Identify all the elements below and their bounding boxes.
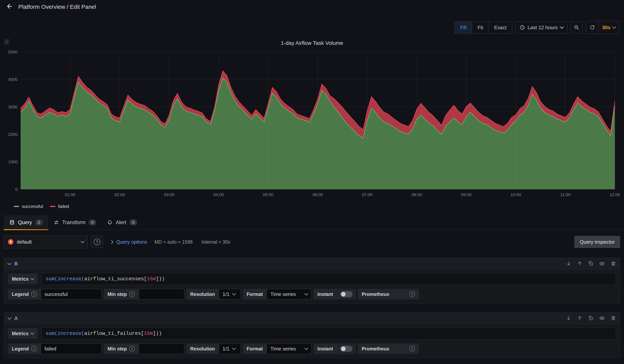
exemplars-label: Prometheus: [362, 291, 389, 297]
resolution-label: Resolution: [190, 346, 215, 352]
info-circle-icon[interactable]: i: [409, 291, 415, 297]
time-series-chart[interactable]: 01000200030004000500001:0002:0003:0004:0…: [4, 48, 620, 201]
legend-label-failed: failed: [58, 204, 69, 209]
chevron-down-icon: [232, 291, 236, 295]
query-inspector-button[interactable]: Query inspector: [574, 236, 620, 248]
format-select[interactable]: Time series: [266, 289, 312, 299]
query-a-options-row: Legend i Min step i Resolution 1/1 Forma…: [4, 341, 620, 358]
tab-transform-count: 0: [89, 219, 96, 225]
format-label: Format: [247, 291, 263, 297]
refresh-button[interactable]: [586, 21, 598, 34]
min-step-label: Min step: [107, 346, 127, 352]
query-ref-label: A: [14, 315, 18, 321]
info-circle-icon[interactable]: i: [129, 291, 135, 297]
display-mode-fill[interactable]: Fill: [455, 22, 472, 33]
promql-expression-input[interactable]: sum(increase(airflow_ti_successes[15m])): [41, 273, 616, 285]
chevron-down-icon: [80, 239, 85, 243]
min-step-input[interactable]: [139, 343, 184, 354]
info-circle-icon[interactable]: i: [129, 346, 135, 352]
info-circle-icon[interactable]: i: [409, 346, 415, 352]
datasource-help-button[interactable]: ?: [91, 236, 103, 248]
metrics-label: Metrics: [12, 276, 29, 282]
duplicate-query-icon[interactable]: [588, 261, 594, 267]
zoom-out-button[interactable]: [571, 21, 583, 34]
format-select[interactable]: Time series: [266, 343, 312, 354]
breadcrumb: Platform Overview / Edit Panel: [18, 4, 96, 10]
legend-input[interactable]: [41, 289, 102, 299]
instant-toggle[interactable]: [340, 291, 352, 297]
legend-item-successful[interactable]: successful: [14, 204, 43, 209]
datasource-picker[interactable]: default: [4, 235, 88, 248]
query-options-toggle[interactable]: Query options MD = auto = 1598 Interval …: [110, 239, 230, 245]
legend-input[interactable]: [41, 343, 102, 354]
info-circle-icon[interactable]: i: [31, 291, 37, 297]
svg-text:12:00: 12:00: [609, 192, 620, 197]
duplicate-query-icon[interactable]: [588, 315, 594, 321]
instant-toggle-container: [337, 289, 356, 299]
info-circle-icon[interactable]: i: [31, 346, 37, 352]
max-data-points-text: MD = auto = 1598: [155, 239, 193, 245]
move-query-down-icon[interactable]: [566, 315, 571, 321]
min-step-input[interactable]: [139, 289, 184, 299]
panel-info-icon[interactable]: i: [4, 39, 10, 45]
metrics-label: Metrics: [12, 331, 29, 336]
metrics-dropdown[interactable]: Metrics: [8, 274, 38, 284]
interval-text: Interval = 30s: [202, 239, 230, 245]
display-mode-exact[interactable]: Exact: [489, 22, 512, 33]
svg-text:09:00: 09:00: [461, 192, 471, 197]
remove-query-icon[interactable]: [611, 261, 616, 267]
panel-title: 1-day Airflow Task Volume: [4, 39, 620, 48]
move-query-down-icon[interactable]: [566, 261, 571, 267]
resolution-select[interactable]: 1/1: [219, 343, 241, 354]
collapse-chevron-icon[interactable]: [7, 315, 11, 319]
hide-query-icon[interactable]: [599, 261, 605, 267]
chevron-down-icon: [304, 346, 308, 350]
instant-option: Instant: [313, 343, 337, 354]
chevron-down-icon: [304, 291, 308, 295]
format-label: Format: [247, 346, 263, 352]
chart-legend: successful failed: [4, 202, 620, 212]
svg-text:05:00: 05:00: [263, 192, 273, 197]
chevron-right-icon: [109, 240, 113, 244]
resolution-select[interactable]: 1/1: [219, 289, 241, 299]
svg-text:0: 0: [15, 187, 18, 192]
promql-expression-input[interactable]: sum(increase(airflow_ti_failures[15m])): [41, 327, 616, 340]
instant-label: Instant: [317, 291, 333, 297]
format-value: Time series: [270, 291, 296, 297]
tab-query-count: 2: [35, 219, 43, 225]
legend-item-failed[interactable]: failed: [50, 204, 69, 209]
svg-text:5000: 5000: [8, 49, 18, 54]
move-query-up-icon[interactable]: [577, 315, 582, 321]
svg-text:3000: 3000: [8, 104, 18, 109]
display-mode-fit[interactable]: Fit: [472, 22, 489, 33]
editor-tabs: Query 2 Transform 0 Alert 0: [0, 215, 624, 230]
query-b-options-row: Legend i Min step i Resolution 1/1 Forma…: [4, 287, 620, 303]
time-range-picker[interactable]: Last 12 hours: [515, 21, 568, 34]
query-row-a: A Metrics sum(increase(airflow_ti_failur…: [4, 312, 620, 358]
svg-text:07:00: 07:00: [362, 192, 372, 197]
back-button[interactable]: [4, 1, 15, 13]
min-step-option: Min step i: [104, 343, 139, 354]
tab-query[interactable]: Query 2: [4, 215, 48, 230]
exemplars-option: Prometheus i: [358, 289, 419, 299]
svg-text:01:00: 01:00: [65, 192, 76, 197]
refresh-interval-dropdown[interactable]: 30s: [598, 21, 619, 34]
tab-alert[interactable]: Alert 0: [102, 215, 142, 230]
resolution-value: 1/1: [222, 346, 229, 352]
top-header: Platform Overview / Edit Panel: [0, 0, 624, 14]
move-query-up-icon[interactable]: [577, 261, 582, 267]
instant-toggle[interactable]: [340, 346, 352, 352]
database-icon: [9, 219, 15, 225]
exemplars-option: Prometheus i: [358, 343, 419, 354]
svg-text:08:00: 08:00: [412, 192, 422, 197]
tab-transform[interactable]: Transform 0: [48, 215, 102, 230]
remove-query-icon[interactable]: [611, 315, 616, 321]
query-b-expression-row: Metrics sum(increase(airflow_ti_successe…: [4, 270, 620, 287]
hide-query-icon[interactable]: [599, 315, 605, 321]
chevron-down-icon: [30, 276, 34, 280]
metrics-dropdown[interactable]: Metrics: [8, 328, 38, 339]
instant-option: Instant: [313, 289, 337, 299]
legend-label: Legend: [12, 346, 29, 352]
collapse-chevron-icon[interactable]: [7, 261, 11, 265]
legend-option: Legend i: [8, 289, 41, 299]
